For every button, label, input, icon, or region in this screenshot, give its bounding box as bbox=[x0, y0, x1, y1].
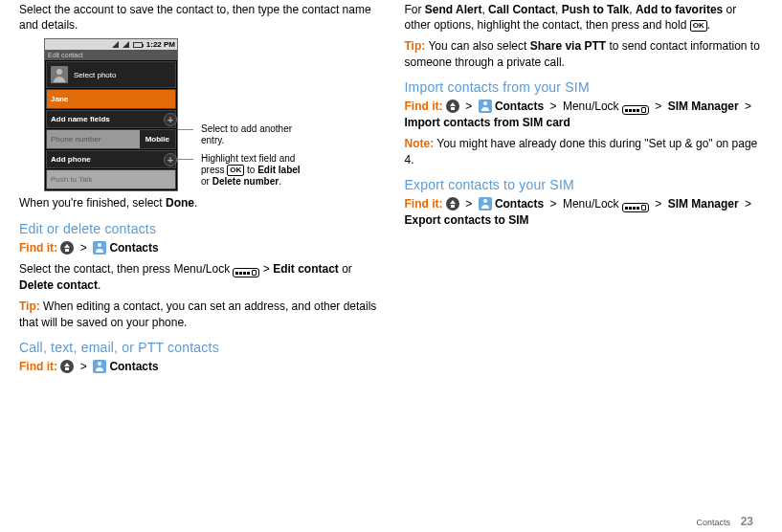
home-icon bbox=[446, 100, 459, 113]
export-findit: Find it: > Contacts > Menu/Lock > SIM Ma… bbox=[405, 196, 764, 229]
push-to-talk-label: Push to Talk bbox=[47, 170, 145, 188]
contacts-icon bbox=[93, 360, 106, 373]
export-heading: Export contacts to your SIM bbox=[405, 177, 764, 192]
phone-number-row[interactable]: Phone number Mobile bbox=[46, 129, 176, 149]
page-footer: Contacts 23 bbox=[697, 515, 753, 528]
phone-number-placeholder: Phone number bbox=[47, 130, 140, 148]
footer-section: Contacts bbox=[697, 518, 731, 527]
phone-mockup: 1:22 PM Edit contact Select photo Jane A… bbox=[44, 38, 178, 191]
ok-key-icon: OK bbox=[227, 165, 244, 176]
right-tip: Tip: You can also select Share via PTT t… bbox=[405, 38, 764, 69]
add-phone-label: Add phone bbox=[51, 155, 91, 164]
home-icon bbox=[60, 360, 74, 373]
edit-delete-body: Select the contact, then press Menu/Lock… bbox=[19, 261, 378, 294]
ctep-heading: Call, text, email, or PTT contacts bbox=[19, 340, 378, 355]
name-input-row[interactable]: Jane bbox=[46, 89, 176, 109]
contacts-icon bbox=[479, 100, 492, 113]
signal-icon bbox=[112, 41, 119, 48]
plus-icon[interactable]: + bbox=[164, 113, 177, 126]
menu-lock-key-icon bbox=[622, 105, 649, 115]
contacts-icon bbox=[479, 197, 492, 211]
import-note: Note: You might have already done this d… bbox=[405, 136, 764, 166]
right-para1: For Send Alert, Call Contact, Push to Ta… bbox=[405, 2, 764, 33]
add-phone-row[interactable]: Add phone + bbox=[46, 150, 176, 168]
callout-edit-label: Highlight text field and press OK to Edi… bbox=[186, 153, 310, 188]
findit-label: Find it: bbox=[19, 241, 57, 255]
phone-mockup-area: 1:22 PM Edit contact Select photo Jane A… bbox=[44, 38, 378, 191]
edit-delete-heading: Edit or delete contacts bbox=[19, 221, 378, 236]
plus-icon[interactable]: + bbox=[164, 153, 177, 166]
status-time: 1:22 PM bbox=[146, 40, 175, 49]
ok-key-icon: OK bbox=[690, 20, 707, 32]
battery-icon bbox=[133, 42, 143, 48]
right-column: For Send Alert, Call Contact, Push to Ta… bbox=[405, 2, 764, 530]
add-name-fields-label: Add name fields bbox=[51, 115, 110, 123]
menu-lock-key-icon bbox=[622, 203, 649, 212]
select-photo-row[interactable]: Select photo bbox=[46, 61, 176, 88]
findit-label: Find it: bbox=[405, 100, 443, 113]
intro-text: Select the account to save the contact t… bbox=[19, 2, 378, 33]
phone-type-label[interactable]: Mobile bbox=[140, 130, 175, 148]
status-bar: 1:22 PM bbox=[45, 39, 177, 50]
callouts: Select to add another entry. Highlight t… bbox=[186, 38, 310, 188]
callout-add-entry: Select to add another entry. bbox=[186, 123, 310, 146]
page-number: 23 bbox=[741, 515, 753, 528]
import-heading: Import contacts from your SIM bbox=[405, 79, 764, 95]
push-to-talk-row[interactable]: Push to Talk bbox=[46, 169, 176, 189]
contacts-icon bbox=[93, 241, 106, 255]
home-icon bbox=[446, 197, 459, 211]
left-column: Select the account to save the contact t… bbox=[19, 2, 378, 530]
contacts-label: Contacts bbox=[109, 241, 158, 255]
findit-label: Find it: bbox=[19, 360, 57, 373]
add-name-fields-row[interactable]: Add name fields + bbox=[46, 110, 176, 128]
select-photo-label: Select photo bbox=[74, 71, 116, 79]
findit-label: Find it: bbox=[405, 197, 443, 211]
import-findit: Find it: > Contacts > Menu/Lock > SIM Ma… bbox=[405, 99, 764, 131]
done-line: When you're finished, select Done. bbox=[19, 195, 378, 211]
name-value: Jane bbox=[51, 95, 68, 103]
home-icon bbox=[60, 241, 74, 255]
contacts-label: Contacts bbox=[109, 360, 158, 373]
ctep-findit: Find it: > Contacts bbox=[19, 359, 378, 374]
menu-lock-key-icon bbox=[233, 268, 259, 277]
signal-icon-2 bbox=[123, 41, 129, 48]
edit-delete-findit: Find it: > Contacts bbox=[19, 240, 378, 255]
avatar-placeholder-icon bbox=[51, 66, 68, 83]
edit-delete-tip: Tip: When editing a contact, you can set… bbox=[19, 299, 378, 329]
phone-titlebar: Edit contact bbox=[45, 50, 177, 60]
